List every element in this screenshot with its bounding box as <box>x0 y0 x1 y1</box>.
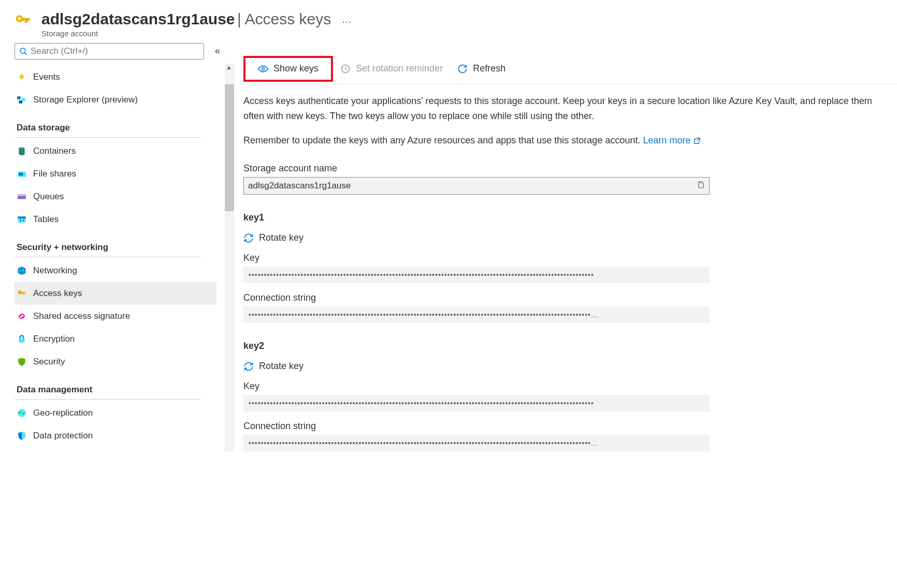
sidebar-item-data-protection[interactable]: Data protection <box>15 424 216 447</box>
key1-conn-label: Connection string <box>243 292 897 303</box>
sidebar-item-label: Encryption <box>33 334 75 344</box>
key1-title: key1 <box>243 212 897 223</box>
search-input[interactable] <box>15 43 204 60</box>
svg-rect-13 <box>18 216 26 218</box>
sidebar-item-security[interactable]: Security <box>15 350 216 373</box>
svg-point-7 <box>19 153 24 155</box>
description-text: Access keys authenticate your applicatio… <box>243 94 880 124</box>
sidebar-item-encryption[interactable]: Encryption <box>15 328 216 350</box>
svg-point-0 <box>20 48 25 53</box>
table-icon <box>17 214 27 225</box>
key-icon <box>17 288 27 299</box>
key-icon <box>15 12 31 29</box>
sidebar-item-queues[interactable]: Queues <box>15 185 216 208</box>
globe-icon <box>17 266 27 276</box>
sidebar-item-file-shares[interactable]: File shares <box>15 163 216 185</box>
sidebar-item-storage-explorer[interactable]: Storage Explorer (preview) <box>15 89 216 111</box>
more-actions-button[interactable]: … <box>341 13 352 25</box>
sidebar-item-label: Shared access signature <box>33 311 130 321</box>
copy-button[interactable] <box>697 181 705 192</box>
svg-line-1 <box>25 53 27 55</box>
svg-rect-19 <box>19 339 24 343</box>
key2-title: key2 <box>243 341 897 351</box>
toolbar: Show keys Set rotation reminder Refresh <box>243 53 897 84</box>
main-content: Show keys Set rotation reminder Refresh … <box>207 43 897 451</box>
key2-key-label: Key <box>243 381 897 392</box>
rotate-icon <box>243 361 254 372</box>
sidebar-item-containers[interactable]: Containers <box>15 140 216 163</box>
learn-more-link[interactable]: Learn more <box>643 135 700 145</box>
lock-icon <box>17 334 27 344</box>
scrollbar-thumb[interactable] <box>225 84 234 211</box>
set-rotation-button[interactable]: Set rotation reminder <box>333 60 450 77</box>
show-keys-button[interactable]: Show keys <box>251 60 326 77</box>
copy-icon <box>697 181 705 189</box>
sidebar-item-tables[interactable]: Tables <box>15 208 216 231</box>
refresh-icon <box>457 64 468 74</box>
fileshare-icon <box>17 169 27 179</box>
sidebar-item-networking[interactable]: Networking <box>15 259 216 282</box>
svg-point-21 <box>262 67 265 70</box>
search-icon <box>19 47 27 55</box>
sidebar-item-label: Security <box>33 357 65 367</box>
svg-rect-11 <box>18 195 26 196</box>
key1-key-field[interactable]: ••••••••••••••••••••••••••••••••••••••••… <box>243 267 710 283</box>
svg-rect-2 <box>17 96 21 99</box>
shield-icon <box>17 357 27 367</box>
explorer-icon <box>17 95 27 105</box>
sidebar-section-data-mgmt: Data management <box>15 373 201 400</box>
sidebar-item-label: Events <box>33 72 60 82</box>
sidebar-item-label: Storage Explorer (preview) <box>33 95 138 105</box>
sidebar-item-events[interactable]: Events <box>15 66 216 89</box>
refresh-button[interactable]: Refresh <box>450 60 513 77</box>
clock-icon <box>340 64 351 74</box>
sidebar-item-access-keys[interactable]: Access keys <box>15 282 216 305</box>
eye-icon <box>258 64 268 74</box>
sidebar-item-label: Containers <box>33 146 76 156</box>
container-icon <box>17 146 27 156</box>
page-header: adlsg2datascans1rg1ause | Access keys … … <box>0 0 897 43</box>
collapse-sidebar-button[interactable]: « <box>215 46 220 56</box>
sidebar-item-geo-replication[interactable]: Geo-replication <box>15 402 216 424</box>
sidebar-section-data-storage: Data storage <box>15 111 201 138</box>
shield2-icon <box>17 431 27 441</box>
svg-rect-9 <box>19 173 23 176</box>
account-name-field[interactable]: adlsg2datascans1rg1ause <box>243 177 710 195</box>
key1-conn-field[interactable]: ••••••••••••••••••••••••••••••••••••••••… <box>243 306 710 323</box>
sidebar-item-label: Networking <box>33 266 77 276</box>
key2-key-field[interactable]: ••••••••••••••••••••••••••••••••••••••••… <box>243 395 710 411</box>
rotate-key1-button[interactable]: Rotate key <box>243 232 897 243</box>
sidebar-item-label: Geo-replication <box>33 408 93 418</box>
sidebar-item-label: Tables <box>33 214 59 225</box>
sidebar-item-label: Queues <box>33 192 64 202</box>
globe2-icon <box>17 408 27 418</box>
sidebar-item-sas[interactable]: Shared access signature <box>15 305 216 328</box>
description-text-2: Remember to update the keys with any Azu… <box>243 133 880 148</box>
sidebar-item-label: File shares <box>33 169 76 179</box>
sidebar-section-security: Security + networking <box>15 231 201 257</box>
rotate-key2-button[interactable]: Rotate key <box>243 361 897 372</box>
queue-icon <box>17 192 27 202</box>
key2-conn-label: Connection string <box>243 421 897 432</box>
sidebar-item-label: Access keys <box>33 288 82 299</box>
key1-key-label: Key <box>243 253 897 263</box>
scroll-up-arrow[interactable]: ▲ <box>226 64 232 71</box>
sidebar-item-label: Data protection <box>33 431 93 441</box>
key2-conn-field[interactable]: ••••••••••••••••••••••••••••••••••••••••… <box>243 435 710 451</box>
lightning-icon <box>17 72 27 82</box>
account-name-label: Storage account name <box>243 163 897 174</box>
svg-rect-4 <box>19 100 22 104</box>
resource-type-label: Storage account <box>41 29 352 38</box>
link-icon <box>17 311 27 321</box>
show-keys-highlight: Show keys <box>243 56 333 82</box>
rotate-icon <box>243 233 254 243</box>
svg-rect-23 <box>699 183 703 188</box>
page-title: adlsg2datascans1rg1ause | Access keys <box>41 10 331 28</box>
sidebar: « ▲ Events Storage Explorer (preview) Da… <box>0 43 207 451</box>
